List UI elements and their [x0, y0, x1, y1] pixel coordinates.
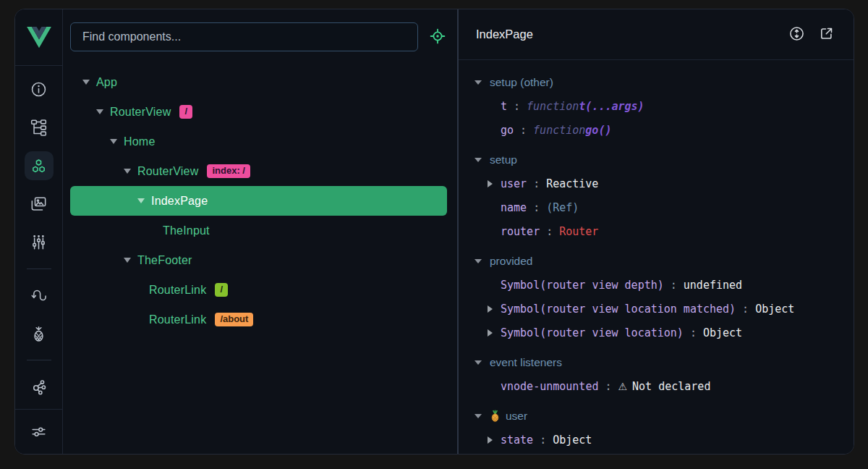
expander-icon[interactable]: [96, 109, 103, 114]
sidebar-item-assets[interactable]: [25, 190, 54, 219]
state-item-name[interactable]: name: (Ref): [475, 195, 854, 219]
autoscroll-icon: [788, 25, 805, 44]
state-item-symbol-router-view-depth[interactable]: Symbol(router view depth):undefined: [475, 273, 854, 297]
tree-node-routerview[interactable]: RouterView/: [70, 97, 447, 127]
colon-separator: :: [546, 225, 553, 238]
sidebar-divider: [27, 360, 51, 360]
expander-icon[interactable]: [137, 198, 145, 203]
state-sections: setup (other)t:function t(...args)go:fun…: [459, 60, 854, 454]
section-label: setup: [490, 153, 517, 166]
graph-icon: [30, 378, 48, 396]
inspect-component-button[interactable]: [428, 28, 447, 46]
section-header-setup[interactable]: setup: [475, 148, 854, 172]
component-name: TheInput: [163, 224, 210, 237]
expander-icon[interactable]: [475, 158, 482, 162]
section-setup-other: setup (other)t:function t(...args)go:fun…: [475, 70, 854, 142]
expander-icon[interactable]: [475, 360, 482, 365]
sidebar: [15, 9, 63, 454]
expander-icon[interactable]: [475, 80, 482, 85]
colon-separator: :: [671, 279, 677, 292]
route-badge: /about: [215, 313, 253, 327]
route-badge: /: [215, 283, 228, 297]
state-value: function: [533, 124, 585, 137]
route-badge: /: [179, 105, 192, 119]
state-key: Symbol(router view depth): [501, 279, 664, 292]
state-item-router[interactable]: router:Router: [475, 219, 854, 243]
state-item-getters[interactable]: getters:Object: [475, 452, 854, 454]
expand-arrow-icon[interactable]: [488, 436, 501, 444]
state-item-state[interactable]: state:Object: [475, 428, 854, 452]
tree-node-routerview[interactable]: RouterViewindex: /: [70, 156, 447, 186]
sidebar-item-overview[interactable]: [25, 75, 54, 103]
state-key: vnode-unmounted: [501, 380, 598, 393]
tree-node-routerlink[interactable]: RouterLink/about: [70, 305, 447, 334]
inspector-panel: IndexPage: [457, 9, 854, 454]
sidebar-divider: [27, 269, 51, 269]
target-icon: [428, 27, 447, 48]
component-name: RouterLink: [149, 313, 206, 326]
state-value: Not declared: [632, 380, 710, 393]
state-item-symbol-router-view-location-matched[interactable]: Symbol(router view location matched):Obj…: [475, 297, 854, 321]
component-name: RouterView: [137, 165, 198, 178]
expander-icon[interactable]: [475, 414, 482, 418]
component-tree-panel: AppRouterView/HomeRouterViewindex: /Inde…: [63, 9, 457, 454]
components-icon: [30, 157, 48, 175]
expander-icon[interactable]: [110, 139, 117, 144]
devtools-window: AppRouterView/HomeRouterViewindex: /Inde…: [14, 9, 854, 455]
pages-icon: [30, 119, 48, 137]
colon-separator: :: [520, 124, 527, 137]
sidebar-item-router[interactable]: [25, 281, 54, 310]
search-box[interactable]: [70, 22, 418, 51]
state-key: t: [501, 100, 507, 113]
state-value: undefined: [684, 279, 742, 292]
scroll-to-component-button[interactable]: [788, 25, 805, 44]
tree-node-home[interactable]: Home: [70, 127, 447, 156]
state-item-t[interactable]: t:function t(...args): [475, 94, 854, 118]
state-key: go: [501, 124, 514, 137]
state-item-go[interactable]: go:function go(): [475, 118, 854, 142]
expander-icon[interactable]: [82, 80, 90, 85]
component-name: IndexPage: [151, 195, 208, 208]
state-item-vnode-unmounted[interactable]: vnode-unmounted:⚠Not declared: [475, 374, 854, 398]
tree-node-theinput[interactable]: TheInput: [70, 216, 447, 245]
sidebar-bottom: [15, 409, 62, 454]
pinia-store-icon: [490, 410, 501, 422]
sidebar-item-pages[interactable]: [25, 113, 54, 142]
search-row: [63, 9, 457, 51]
tree-node-app[interactable]: App: [70, 67, 447, 97]
sidebar-item-graph[interactable]: [25, 372, 54, 401]
sidebar-item-settings[interactable]: [25, 418, 54, 447]
section-header-user[interactable]: user: [475, 404, 854, 428]
state-key: Symbol(router view location matched): [501, 303, 736, 316]
sidebar-item-timeline[interactable]: [25, 228, 54, 257]
state-value: Object: [703, 326, 742, 339]
state-item-symbol-router-view-location[interactable]: Symbol(router view location):Object: [475, 321, 854, 345]
section-header-setup-other[interactable]: setup (other): [475, 70, 854, 94]
section-header-provided[interactable]: provided: [475, 249, 854, 273]
state-value: Object: [553, 434, 592, 447]
colon-separator: :: [690, 326, 697, 339]
expander-icon[interactable]: [124, 258, 131, 263]
state-value: Router: [559, 225, 598, 238]
state-value: t(...args): [579, 100, 644, 113]
inspector-header: IndexPage: [459, 9, 854, 60]
expand-arrow-icon[interactable]: [488, 180, 501, 187]
open-in-editor-button[interactable]: [818, 25, 835, 44]
component-name: RouterLink: [149, 284, 206, 297]
state-key: name: [501, 201, 527, 214]
expand-arrow-icon[interactable]: [488, 305, 501, 313]
sidebar-item-pinia[interactable]: [25, 319, 54, 348]
colon-separator: :: [533, 177, 540, 190]
tree-node-thefooter[interactable]: TheFooter: [70, 245, 447, 275]
expander-icon[interactable]: [124, 169, 131, 174]
search-input[interactable]: [81, 30, 407, 44]
tree-node-routerlink[interactable]: RouterLink/: [70, 275, 447, 305]
expander-icon[interactable]: [475, 259, 482, 263]
state-item-user[interactable]: user:Reactive: [475, 172, 854, 195]
sidebar-item-components[interactable]: [25, 151, 54, 180]
section-header-event-listeners[interactable]: event listeners: [475, 350, 854, 374]
route-badge: index: /: [207, 164, 250, 179]
tree-node-indexpage[interactable]: IndexPage: [70, 186, 447, 216]
warning-icon: ⚠: [618, 381, 628, 392]
expand-arrow-icon[interactable]: [488, 329, 501, 337]
